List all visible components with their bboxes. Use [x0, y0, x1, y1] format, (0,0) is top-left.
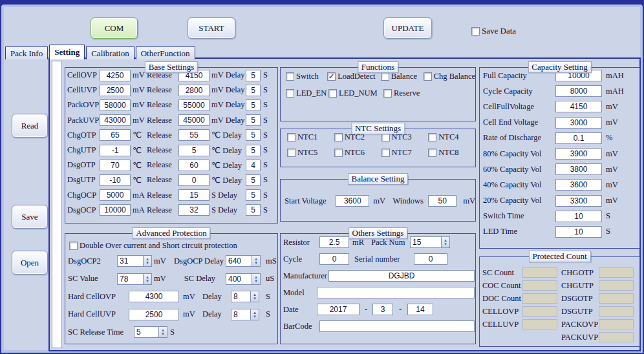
delay-value-input[interactable] — [246, 160, 261, 171]
dsgocp-delay-stepper[interactable] — [226, 255, 261, 267]
checkbox-chg-balance[interactable]: Chg Balance — [424, 72, 475, 81]
delay-value-input[interactable] — [246, 145, 261, 156]
spinner-arrows-icon[interactable] — [143, 255, 152, 267]
date-day-input[interactable] — [407, 304, 433, 315]
barcode-input[interactable] — [319, 320, 475, 332]
checkbox-ntc5[interactable]: NTC5 — [287, 148, 334, 158]
tab-otherfunction[interactable]: OtherFunction — [136, 47, 195, 59]
pack-num-stepper[interactable] — [410, 236, 450, 248]
release-value-input[interactable] — [178, 160, 209, 171]
capacity-value-input[interactable] — [555, 163, 602, 175]
release-value-input[interactable] — [178, 174, 209, 186]
param-value-input[interactable] — [100, 160, 131, 171]
dsgocp2-stepper[interactable] — [117, 255, 152, 267]
param-value-input[interactable] — [100, 189, 131, 201]
param-value-input[interactable] — [100, 85, 131, 96]
model-input[interactable] — [317, 287, 475, 298]
param-value-input[interactable] — [100, 99, 131, 111]
sc-delay-stepper[interactable] — [226, 273, 261, 285]
manufacturer-input[interactable] — [328, 270, 475, 282]
delay-value-input[interactable] — [246, 70, 261, 81]
spinner-arrows-icon[interactable] — [252, 273, 261, 285]
checkbox-ntc6[interactable]: NTC6 — [334, 148, 381, 158]
checkbox-led-num[interactable]: LED_NUM — [328, 88, 383, 98]
spinner-arrows-icon[interactable] — [252, 255, 261, 267]
delay-value-input[interactable] — [246, 189, 261, 201]
spinner-arrows-icon[interactable] — [143, 273, 152, 285]
checkbox-ntc1[interactable]: NTC1 — [287, 132, 334, 142]
checkbox-ntc8[interactable]: NTC8 — [428, 148, 475, 158]
capacity-value-input[interactable] — [555, 85, 602, 97]
release-value-input[interactable] — [178, 114, 209, 126]
sc-release-stepper[interactable] — [134, 326, 167, 338]
com-button[interactable]: COM — [91, 17, 138, 39]
dsgocp-delay-input[interactable] — [226, 255, 252, 267]
double-protection-checkbox[interactable]: Double Over current and Short circuit pr… — [69, 239, 237, 252]
delay-value-input[interactable] — [246, 99, 261, 111]
checkbox-ntc7[interactable]: NTC7 — [381, 148, 429, 158]
param-value-input[interactable] — [100, 129, 131, 141]
hard-celluvp-delay-input[interactable] — [231, 309, 250, 320]
param-value-input[interactable] — [100, 70, 131, 81]
tab-calibration[interactable]: Calibration — [86, 47, 134, 59]
sc-release-input[interactable] — [134, 326, 158, 338]
delay-value-input[interactable] — [246, 114, 261, 126]
checkbox-ntc4[interactable]: NTC4 — [428, 132, 475, 142]
spinner-arrows-icon[interactable] — [250, 309, 259, 320]
update-button[interactable]: UPDATE — [383, 17, 432, 39]
release-value-input[interactable] — [178, 189, 209, 201]
date-month-input[interactable] — [372, 304, 393, 315]
release-value-input[interactable] — [178, 85, 209, 96]
windows-input[interactable] — [428, 195, 456, 207]
hard-cellovp-delay-stepper[interactable] — [231, 291, 259, 302]
param-value-input[interactable] — [100, 174, 131, 186]
pack-num-input[interactable] — [410, 236, 441, 248]
start-voltage-input[interactable] — [336, 195, 369, 207]
sc-value-input[interactable] — [117, 273, 143, 285]
capacity-value-input[interactable] — [555, 195, 602, 207]
date-year-input[interactable] — [317, 304, 360, 315]
checkbox-led-en[interactable]: LED_EN — [286, 88, 328, 98]
release-value-input[interactable] — [178, 145, 209, 156]
spinner-arrows-icon[interactable] — [250, 291, 259, 302]
save-button[interactable]: Save — [12, 205, 48, 229]
open-button[interactable]: Open — [12, 251, 48, 275]
hard-cellovp-input[interactable] — [129, 291, 179, 302]
delay-value-input[interactable] — [246, 204, 261, 216]
capacity-value-input[interactable] — [555, 226, 602, 238]
tab-pack-info[interactable]: Pack Info — [5, 47, 48, 59]
delay-value-input[interactable] — [246, 85, 261, 96]
spinner-arrows-icon[interactable] — [441, 236, 450, 248]
spinner-arrows-icon[interactable] — [158, 326, 167, 338]
sc-delay-input[interactable] — [226, 273, 252, 285]
capacity-value-input[interactable] — [555, 117, 602, 129]
hard-cellovp-delay-input[interactable] — [231, 291, 250, 302]
release-value-input[interactable] — [178, 129, 209, 141]
checkbox-reserve[interactable]: Reserve — [383, 88, 427, 98]
release-value-input[interactable] — [178, 204, 209, 216]
delay-value-input[interactable] — [246, 129, 261, 141]
release-value-input[interactable] — [178, 99, 209, 111]
checkbox-switch[interactable]: Switch — [286, 72, 327, 81]
delay-value-input[interactable] — [246, 174, 261, 186]
serial-number-input[interactable] — [414, 253, 447, 265]
param-value-input[interactable] — [100, 114, 131, 126]
sc-value-stepper[interactable] — [117, 273, 152, 285]
param-value-input[interactable] — [100, 145, 131, 156]
vertical-scrollbar[interactable] — [52, 61, 62, 348]
tab-setting[interactable]: Setting — [49, 45, 85, 59]
start-button[interactable]: START — [188, 17, 235, 39]
resistor-input[interactable] — [319, 236, 349, 248]
capacity-value-input[interactable] — [555, 148, 602, 160]
hard-celluvp-input[interactable] — [129, 309, 179, 320]
capacity-value-input[interactable] — [555, 132, 602, 144]
capacity-value-input[interactable] — [555, 179, 602, 191]
cycle-input[interactable] — [319, 253, 349, 265]
capacity-value-input[interactable] — [555, 211, 602, 222]
param-value-input[interactable] — [100, 204, 131, 216]
dsgocp2-input[interactable] — [117, 255, 143, 267]
capacity-value-input[interactable] — [555, 101, 602, 112]
read-button[interactable]: Read — [12, 114, 48, 138]
hard-celluvp-delay-stepper[interactable] — [231, 309, 259, 320]
save-data-checkbox[interactable]: Save Data — [471, 26, 516, 36]
